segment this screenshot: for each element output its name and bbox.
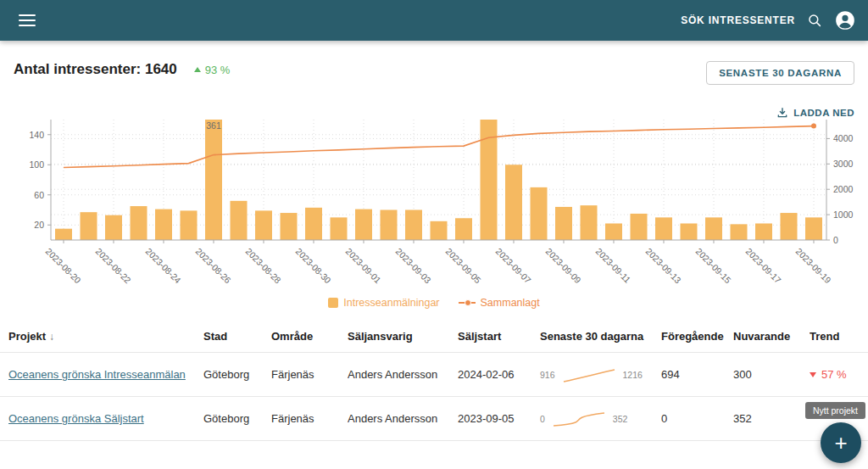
bar xyxy=(155,209,172,240)
svg-text:2023-08-26: 2023-08-26 xyxy=(194,246,234,286)
stad-value: Göteborg xyxy=(203,412,271,425)
table-row: Oceanens grönska Intresseanmälan Götebor… xyxy=(0,353,868,397)
svg-text:2023-09-13: 2023-09-13 xyxy=(644,246,684,286)
projects-table: Projekt↓ Stad Område Säljansvarig Säljst… xyxy=(0,320,868,441)
sparkline-start-value: 916 xyxy=(540,370,555,380)
foregaende-value: 0 xyxy=(661,412,733,425)
date-range-button[interactable]: SENASTE 30 DAGARNA xyxy=(706,61,854,85)
svg-text:2023-09-01: 2023-09-01 xyxy=(344,246,384,286)
legend-item-sammanlagt[interactable]: Sammanlagt xyxy=(459,297,540,309)
svg-text:1000: 1000 xyxy=(833,209,854,220)
nuvarande-value: 352 xyxy=(733,412,810,425)
bar xyxy=(55,229,72,240)
sparkline-end-value: 352 xyxy=(613,414,628,424)
bar xyxy=(355,209,372,240)
menu-icon[interactable] xyxy=(19,14,36,26)
svg-text:2023-09-11: 2023-09-11 xyxy=(594,246,633,285)
bar xyxy=(781,213,798,240)
legend-item-intresseanmalningar[interactable]: Intresseanmälningar xyxy=(328,297,439,309)
bar xyxy=(405,210,422,241)
svg-text:2023-08-20: 2023-08-20 xyxy=(44,246,84,286)
project-link[interactable]: Oceanens grönska Intresseanmälan xyxy=(8,368,186,381)
bar xyxy=(255,210,272,240)
nuvarande-value: 300 xyxy=(733,368,810,381)
svg-text:140: 140 xyxy=(29,130,44,140)
bar xyxy=(281,213,298,240)
page-title: Antal intressenter: 1640 xyxy=(14,61,177,78)
sort-desc-icon: ↓ xyxy=(49,331,54,343)
column-header-foregaende: Föregående xyxy=(661,330,733,343)
svg-text:2000: 2000 xyxy=(833,184,854,194)
svg-text:361: 361 xyxy=(206,120,221,131)
column-header-projekt[interactable]: Projekt↓ xyxy=(8,330,203,343)
bar xyxy=(381,210,398,241)
bar xyxy=(455,218,472,240)
saljstart-value: 2024-02-06 xyxy=(458,368,540,381)
omrade-value: Färjenäs xyxy=(271,412,348,425)
column-header-senaste-30-dagarna: Senaste 30 dagarna xyxy=(540,330,661,343)
svg-text:2023-08-28: 2023-08-28 xyxy=(244,246,284,286)
omrade-value: Färjenäs xyxy=(271,368,348,381)
svg-text:2023-09-17: 2023-09-17 xyxy=(744,246,784,286)
column-header-saljansvarig: Säljansvarig xyxy=(348,330,458,343)
svg-text:100: 100 xyxy=(29,159,44,170)
search-icon[interactable] xyxy=(807,13,822,28)
svg-text:2023-09-15: 2023-09-15 xyxy=(694,246,734,286)
bar-swatch-icon xyxy=(328,298,338,308)
bar xyxy=(655,217,672,240)
bar xyxy=(605,223,622,240)
search-interessenter-button[interactable]: SÖK INTRESSENTER xyxy=(681,14,795,26)
svg-text:20: 20 xyxy=(34,220,44,230)
sparkline xyxy=(551,410,607,428)
svg-text:60: 60 xyxy=(34,190,44,200)
bar xyxy=(205,120,222,240)
total-trend-value: 93 % xyxy=(205,64,231,76)
bar xyxy=(681,223,698,240)
bar xyxy=(505,165,522,240)
table-row: Oceanens grönska Säljstart Göteborg Färj… xyxy=(0,397,868,441)
saljstart-value: 2023-09-05 xyxy=(458,412,540,425)
svg-text:3000: 3000 xyxy=(833,159,854,169)
trend-badge: 57 % xyxy=(810,368,860,381)
line-end-dot xyxy=(811,124,816,129)
bar xyxy=(705,217,722,240)
column-header-omrade: Område xyxy=(271,330,348,343)
total-trend-badge: 93 % xyxy=(194,64,231,76)
svg-text:2023-08-22: 2023-08-22 xyxy=(94,246,134,286)
bar xyxy=(305,208,322,240)
new-project-tooltip: Nytt projekt xyxy=(805,402,865,419)
bar xyxy=(81,212,97,240)
add-project-fab[interactable]: + xyxy=(821,422,861,463)
svg-text:2023-08-24: 2023-08-24 xyxy=(144,246,184,286)
interest-chart[interactable]: 2060100140010002000300040002023-08-20202… xyxy=(0,114,868,297)
column-header-stad: Stad xyxy=(203,330,271,343)
bar xyxy=(631,214,648,240)
svg-text:2023-09-03: 2023-09-03 xyxy=(394,246,434,286)
svg-text:2023-09-05: 2023-09-05 xyxy=(444,246,484,286)
app-bar: SÖK INTRESSENTER xyxy=(0,0,868,41)
bar xyxy=(731,224,748,240)
column-header-saljstart: Säljstart xyxy=(458,330,540,343)
sparkline-start-value: 0 xyxy=(540,414,545,424)
account-icon[interactable] xyxy=(834,9,856,31)
plus-icon: + xyxy=(834,430,847,456)
svg-text:2023-09-19: 2023-09-19 xyxy=(794,246,834,286)
svg-text:4000: 4000 xyxy=(833,133,854,143)
project-link[interactable]: Oceanens grönska Säljstart xyxy=(8,412,144,425)
svg-text:2023-08-30: 2023-08-30 xyxy=(294,246,334,286)
column-header-nuvarande: Nuvarande xyxy=(733,330,810,343)
bar xyxy=(105,215,122,240)
svg-text:2023-09-09: 2023-09-09 xyxy=(544,246,584,286)
table-header-row: Projekt↓ Stad Område Säljansvarig Säljst… xyxy=(0,320,868,353)
chart-legend: Intresseanmälningar Sammanlagt xyxy=(0,297,868,309)
bar xyxy=(331,217,348,240)
trend-value: 57 % xyxy=(821,368,847,381)
svg-text:2023-09-07: 2023-09-07 xyxy=(494,246,534,286)
bar xyxy=(805,217,822,240)
svg-text:0: 0 xyxy=(833,235,838,245)
cumulative-line xyxy=(64,126,814,168)
bar xyxy=(531,187,548,240)
line-swatch-icon xyxy=(459,299,476,306)
sparkline-end-value: 1216 xyxy=(623,370,643,380)
bar xyxy=(555,207,572,240)
